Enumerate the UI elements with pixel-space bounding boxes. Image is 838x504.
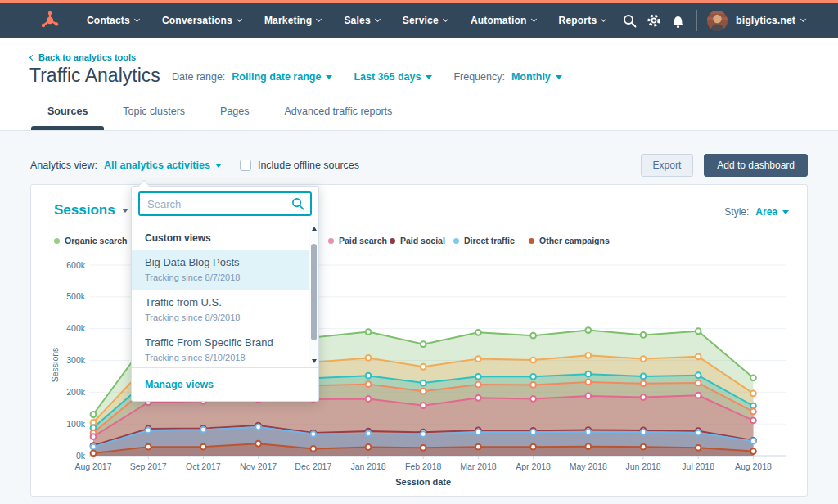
- account-menu[interactable]: biglytics.net: [736, 15, 805, 26]
- date-range-value-select[interactable]: Last 365 days: [354, 71, 432, 83]
- caret-down-icon: [426, 75, 432, 79]
- style-value-select[interactable]: Area: [755, 206, 789, 218]
- svg-text:500k: 500k: [66, 291, 86, 301]
- search-icon: [291, 197, 304, 214]
- svg-text:Sep 2017: Sep 2017: [130, 461, 167, 471]
- nav-divider: [696, 10, 697, 31]
- include-offline-sources-checkbox[interactable]: [240, 160, 251, 171]
- caret-down-icon: [782, 210, 789, 214]
- report-tabs: Sources Topic clusters Pages Advanced tr…: [47, 106, 427, 130]
- settings-gear-icon[interactable]: [642, 13, 666, 28]
- user-avatar[interactable]: [707, 11, 728, 31]
- dropdown-item-traffic-from-specific-brand[interactable]: Traffic From Specific Brand Tracking sin…: [132, 330, 318, 367]
- chevron-down-icon: [443, 16, 448, 22]
- svg-text:Oct 2017: Oct 2017: [186, 461, 221, 471]
- chart-style-select: Style: Area: [724, 206, 789, 218]
- analytics-view-dropdown-panel: Custom views Big Data Blog Posts Trackin…: [131, 186, 319, 402]
- svg-text:Session date: Session date: [395, 477, 451, 487]
- traffic-analytics-page: Contacts Conversations Marketing Sales S…: [0, 0, 838, 504]
- svg-text:Sessions: Sessions: [50, 348, 60, 383]
- tab-advanced-traffic-reports[interactable]: Advanced traffic reports: [285, 106, 393, 130]
- svg-text:May 2018: May 2018: [570, 461, 607, 471]
- svg-text:400k: 400k: [66, 323, 86, 333]
- dropdown-scrollbar[interactable]: [309, 223, 318, 367]
- export-button[interactable]: Export: [641, 154, 694, 177]
- svg-text:Mar 2018: Mar 2018: [460, 461, 497, 471]
- legend-dot: [54, 238, 60, 244]
- legend-item-organic-search[interactable]: Organic search: [54, 236, 127, 245]
- caret-down-icon: [556, 75, 562, 79]
- nav-contacts[interactable]: Contacts: [87, 15, 139, 26]
- style-label: Style:: [724, 206, 749, 218]
- chevron-down-icon: [800, 16, 806, 22]
- svg-text:Nov 2017: Nov 2017: [240, 461, 277, 471]
- svg-text:200k: 200k: [66, 387, 86, 397]
- svg-text:300k: 300k: [66, 355, 86, 365]
- chevron-down-icon: [237, 16, 242, 22]
- date-controls: Date range: Rolling date range Last 365 …: [172, 71, 583, 83]
- svg-text:100k: 100k: [66, 419, 86, 429]
- page-title: Traffic Analytics: [29, 65, 160, 87]
- analytics-view-label: Analytics view:: [30, 160, 97, 171]
- analytics-view-controls: Analytics view: All analytics activities…: [30, 154, 808, 177]
- legend-item-other-campaigns[interactable]: Other campaigns: [529, 236, 610, 245]
- chevron-down-icon: [134, 16, 140, 22]
- dropdown-group-header: Custom views: [132, 223, 318, 250]
- search-icon[interactable]: [617, 14, 642, 28]
- legend-dot: [529, 238, 534, 244]
- top-navigation-bar: Contacts Conversations Marketing Sales S…: [0, 3, 838, 38]
- dropdown-search: [138, 191, 312, 216]
- nav-automation[interactable]: Automation: [471, 15, 536, 26]
- svg-text:Aug 2018: Aug 2018: [735, 461, 772, 471]
- dropdown-item-traffic-from-us[interactable]: Traffic from U.S. Tracking since 8/9/201…: [132, 290, 318, 330]
- dropdown-footer: Manage views: [132, 367, 318, 401]
- date-range-type-select[interactable]: Rolling date range: [232, 71, 332, 83]
- svg-text:600k: 600k: [66, 260, 86, 270]
- svg-text:Jun 2018: Jun 2018: [625, 461, 660, 471]
- dropdown-pointer: [138, 180, 150, 191]
- analytics-view-select[interactable]: All analytics activities: [104, 160, 222, 171]
- caret-down-icon: [122, 209, 128, 213]
- add-to-dashboard-button[interactable]: Add to dashboard: [704, 154, 808, 177]
- scroll-down-arrow-icon[interactable]: [312, 359, 317, 363]
- legend-item-direct-traffic[interactable]: Direct traffic: [453, 236, 515, 245]
- svg-text:Feb 2018: Feb 2018: [405, 461, 442, 471]
- legend-dot: [328, 238, 334, 244]
- dropdown-search-input[interactable]: [138, 191, 312, 216]
- nav-marketing[interactable]: Marketing: [264, 15, 321, 26]
- svg-text:0k: 0k: [76, 451, 86, 461]
- svg-text:Jul 2018: Jul 2018: [682, 461, 714, 471]
- legend-item-paid-search[interactable]: Paid search: [328, 236, 387, 245]
- scrollbar-thumb[interactable]: [311, 244, 317, 340]
- caret-down-icon: [326, 75, 332, 79]
- notifications-bell-icon[interactable]: [666, 14, 691, 28]
- dropdown-list: Custom views Big Data Blog Posts Trackin…: [132, 223, 318, 367]
- include-offline-sources-label: Include offline sources: [258, 160, 359, 171]
- legend-item-paid-social[interactable]: Paid social: [390, 236, 445, 245]
- frequency-select[interactable]: Monthly: [511, 71, 562, 83]
- dropdown-item-big-data-blog-posts[interactable]: Big Data Blog Posts Tracking since 8/7/2…: [132, 250, 318, 290]
- tab-sources[interactable]: Sources: [47, 106, 88, 130]
- chevron-down-icon: [316, 16, 322, 22]
- scroll-up-arrow-icon[interactable]: [312, 227, 317, 231]
- back-to-analytics-tools-link[interactable]: Back to analytics tools: [30, 52, 136, 62]
- hubspot-sprocket-logo[interactable]: [39, 10, 61, 31]
- nav-conversations[interactable]: Conversations: [162, 15, 241, 26]
- svg-text:Jan 2018: Jan 2018: [350, 461, 385, 471]
- metric-select[interactable]: Sessions: [54, 202, 128, 218]
- date-range-label: Date range:: [172, 71, 225, 83]
- frequency-label: Frequency:: [453, 71, 505, 83]
- legend-dot: [453, 238, 459, 244]
- nav-service[interactable]: Service: [403, 15, 448, 26]
- manage-views-link[interactable]: Manage views: [145, 379, 214, 390]
- tab-topic-clusters[interactable]: Topic clusters: [123, 106, 185, 130]
- caret-down-icon: [215, 164, 222, 168]
- nav-sales[interactable]: Sales: [344, 15, 379, 26]
- svg-text:Dec 2017: Dec 2017: [295, 461, 331, 471]
- chevron-left-icon: [29, 54, 35, 60]
- chevron-down-icon: [601, 16, 606, 22]
- chevron-down-icon: [375, 16, 381, 22]
- legend-dot: [390, 238, 395, 244]
- nav-reports[interactable]: Reports: [559, 15, 606, 26]
- tab-pages[interactable]: Pages: [220, 106, 249, 130]
